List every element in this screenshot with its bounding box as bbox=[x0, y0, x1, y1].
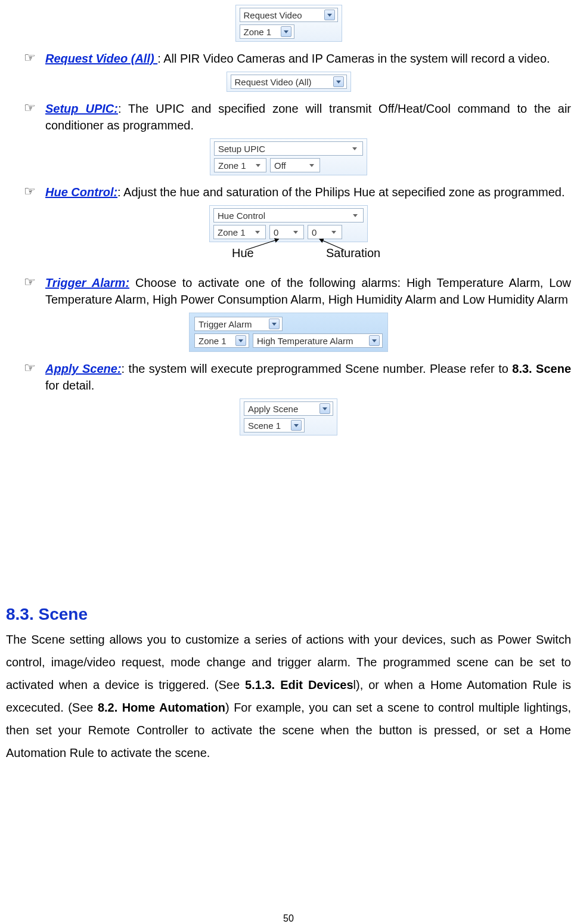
hue-value-select[interactable]: 0 bbox=[269, 225, 304, 239]
hue-action-select[interactable]: Hue Control bbox=[213, 208, 364, 222]
chevron-down-icon bbox=[319, 403, 330, 414]
saturation-annotation-label: Saturation bbox=[326, 245, 380, 261]
figure-apply-scene: Apply Scene Scene 1 bbox=[6, 398, 571, 435]
select-value: Zone 1 bbox=[198, 335, 227, 347]
figure-request-video-all: Request Video (All) bbox=[6, 72, 571, 92]
item-title: Setup UPIC: bbox=[45, 102, 118, 115]
chevron-down-icon bbox=[306, 160, 317, 171]
select-value: Apply Scene bbox=[248, 403, 298, 415]
item-body-a: : the system will execute preprogrammed … bbox=[122, 362, 513, 375]
item-hue-control: ☞ Hue Control:: Adjust the hue and satur… bbox=[24, 184, 571, 200]
chevron-down-icon bbox=[333, 76, 344, 87]
upic-action-select[interactable]: Setup UPIC bbox=[214, 141, 363, 156]
item-body: : Adjust the hue and saturation of the P… bbox=[117, 186, 564, 199]
request-video-action-select[interactable]: Request Video bbox=[240, 8, 338, 22]
chevron-down-icon bbox=[350, 210, 361, 221]
apply-scene-action-select[interactable]: Apply Scene bbox=[244, 401, 333, 416]
item-title: Apply Scene: bbox=[45, 362, 122, 375]
trigger-zone-select[interactable]: Zone 1 bbox=[194, 333, 249, 348]
item-title: Hue Control: bbox=[45, 186, 117, 199]
upic-zone-select[interactable]: Zone 1 bbox=[214, 158, 266, 172]
figure-request-video: Request Video Zone 1 bbox=[6, 5, 571, 42]
pointer-icon: ☞ bbox=[24, 184, 37, 199]
select-value: Scene 1 bbox=[248, 419, 281, 432]
pointer-icon: ☞ bbox=[24, 360, 37, 376]
select-value: Off bbox=[274, 159, 286, 172]
chevron-down-icon bbox=[253, 160, 263, 171]
chevron-down-icon bbox=[328, 227, 339, 237]
item-body-b: for detail. bbox=[45, 379, 94, 392]
request-video-zone-select[interactable]: Zone 1 bbox=[240, 24, 294, 39]
select-value: Zone 1 bbox=[218, 159, 246, 172]
section-body-scene: The Scene setting allows you to customiz… bbox=[6, 628, 571, 764]
chevron-down-icon bbox=[235, 335, 246, 346]
pointer-icon: ☞ bbox=[24, 50, 37, 66]
item-body-bold: 8.3. Scene bbox=[512, 362, 571, 375]
upic-mode-select[interactable]: Off bbox=[270, 158, 320, 172]
chevron-down-icon bbox=[281, 26, 291, 37]
select-value: 0 bbox=[274, 226, 278, 239]
hue-zone-select[interactable]: Zone 1 bbox=[213, 225, 266, 239]
saturation-value-select[interactable]: 0 bbox=[308, 225, 342, 239]
select-value: Setup UPIC bbox=[218, 143, 265, 155]
select-value: Zone 1 bbox=[244, 26, 272, 38]
chevron-down-icon bbox=[290, 227, 301, 237]
item-title: Trigger Alarm: bbox=[45, 276, 129, 289]
select-value: Request Video bbox=[244, 9, 302, 21]
select-value: Hue Control bbox=[218, 209, 265, 222]
item-body: : All PIR Video Cameras and IP Cameras i… bbox=[157, 52, 550, 65]
scene-ref-edit-devices: 5.1.3. Edit Devices bbox=[245, 678, 353, 691]
item-setup-upic: ☞ Setup UPIC:: The UPIC and specified zo… bbox=[24, 100, 571, 134]
page-number: 50 bbox=[6, 912, 571, 924]
chevron-down-icon bbox=[252, 227, 263, 237]
hue-annotation-label: Hue bbox=[232, 245, 254, 261]
figure-setup-upic: Setup UPIC Zone 1 Off bbox=[6, 138, 571, 175]
request-video-all-select[interactable]: Request Video (All) bbox=[231, 75, 347, 89]
select-value: 0 bbox=[312, 226, 317, 239]
figure-trigger-alarm: Trigger Alarm Zone 1 High Temperature Al… bbox=[6, 313, 571, 352]
pointer-icon: ☞ bbox=[24, 274, 37, 290]
section-heading-scene: 8.3. Scene bbox=[6, 602, 571, 626]
item-title: Request Video (All) bbox=[45, 52, 157, 65]
pointer-icon: ☞ bbox=[24, 100, 37, 116]
select-value: Request Video (All) bbox=[235, 76, 312, 88]
chevron-down-icon bbox=[291, 420, 302, 431]
item-body: : The UPIC and specified zone will trans… bbox=[45, 102, 571, 132]
chevron-down-icon bbox=[369, 335, 380, 346]
select-value: Zone 1 bbox=[218, 226, 246, 239]
item-apply-scene: ☞ Apply Scene:: the system will execute … bbox=[24, 360, 571, 394]
item-request-video-all: ☞ Request Video (All) : All PIR Video Ca… bbox=[24, 50, 571, 67]
apply-scene-number-select[interactable]: Scene 1 bbox=[244, 418, 305, 432]
chevron-down-icon bbox=[349, 143, 360, 154]
trigger-action-select[interactable]: Trigger Alarm bbox=[194, 317, 283, 331]
item-trigger-alarm: ☞ Trigger Alarm: Choose to activate one … bbox=[24, 274, 571, 308]
chevron-down-icon bbox=[324, 10, 335, 20]
chevron-down-icon bbox=[269, 319, 280, 329]
select-value: Trigger Alarm bbox=[198, 318, 252, 330]
figure-hue-control: Hue Control Zone 1 0 0 bbox=[6, 205, 571, 242]
trigger-alarm-type-select[interactable]: High Temperature Alarm bbox=[253, 333, 383, 348]
select-value: High Temperature Alarm bbox=[257, 335, 353, 347]
scene-ref-home-automation: 8.2. Home Automation bbox=[98, 701, 225, 714]
